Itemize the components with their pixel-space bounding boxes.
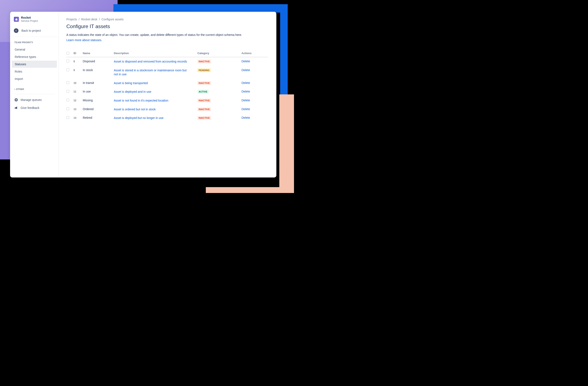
sidebar-item-import[interactable]: Import — [12, 75, 57, 82]
table-row: 13OrderedAsset is ordered but not in sto… — [66, 105, 268, 114]
status-badge: INACTIVE — [197, 99, 211, 102]
table-row: 11In useAsset is deployed and in useACTI… — [66, 87, 268, 96]
footer-item-manage-queues[interactable]: Manage queues — [10, 96, 59, 104]
cell-name: Disposed — [83, 59, 114, 63]
main-content: Projects/Rocket desk/Configure assets Co… — [59, 12, 276, 177]
status-badge: INACTIVE — [197, 81, 211, 85]
cell-id: 10 — [74, 81, 83, 85]
cell-name: Ordered — [83, 107, 114, 111]
col-actions: Actions — [242, 52, 256, 55]
cell-description-link[interactable]: Asset is disposed and removed from accou… — [114, 59, 189, 64]
cell-id: 9 — [74, 68, 83, 72]
cell-name: In use — [83, 90, 114, 93]
table-row: 12MissingAsset is not found in it's expe… — [66, 96, 268, 105]
sidebar-item-reference-types[interactable]: Reference types — [12, 53, 57, 60]
cell-description-link[interactable]: Asset is deployed and in use — [114, 90, 189, 94]
delete-link[interactable]: Delete — [242, 116, 256, 119]
row-checkbox[interactable] — [66, 116, 69, 119]
cell-id: 12 — [74, 99, 83, 102]
sidebar-item-general[interactable]: General — [12, 46, 57, 53]
section-team-priority: TEAM PRIORITY — [10, 37, 59, 46]
project-header: Rocket Service Project — [10, 16, 59, 25]
footer-item-give-feedback[interactable]: Give feedback — [10, 104, 59, 112]
learn-more-link[interactable]: Learn more about statuses. — [66, 38, 102, 42]
delete-link[interactable]: Delete — [242, 90, 256, 93]
arrow-left-icon — [14, 28, 19, 33]
delete-link[interactable]: Delete — [242, 99, 256, 102]
cell-id: 8 — [74, 59, 83, 63]
table-row: 9In stockAsset is stored in a stockroom … — [66, 66, 268, 79]
back-label: Back to project — [21, 29, 41, 32]
project-subtitle: Service Project — [21, 19, 38, 22]
col-category: Category — [197, 52, 242, 55]
footer-item-label: Manage queues — [21, 98, 42, 101]
cell-name: Retired — [83, 116, 114, 119]
sidebar: Rocket Service Project Back to project T… — [10, 12, 59, 177]
cell-id: 14 — [74, 116, 83, 119]
select-all-checkbox[interactable] — [66, 52, 69, 55]
cell-description-link[interactable]: Asset is being transported — [114, 81, 189, 85]
table-row: 10In transitAsset is being transportedIN… — [66, 79, 268, 88]
cell-name: In transit — [83, 81, 114, 85]
gear-icon — [14, 98, 18, 102]
row-checkbox[interactable] — [66, 68, 69, 71]
status-badge: PENDING — [197, 68, 211, 72]
breadcrumb-item[interactable]: Rocket desk — [81, 18, 97, 21]
project-name: Rocket — [21, 16, 38, 19]
cell-id: 13 — [74, 107, 83, 111]
table-header: ID Name Description Category Actions — [66, 52, 268, 57]
project-rocket-icon — [14, 17, 19, 22]
footer-item-label: Give feedback — [21, 106, 40, 110]
section-other-label: OTHER — [16, 88, 24, 90]
app-window: Rocket Service Project Back to project T… — [10, 12, 276, 177]
statuses-table: ID Name Description Category Actions 8Di… — [66, 52, 268, 122]
col-name: Name — [83, 52, 114, 55]
cell-name: In stock — [83, 68, 114, 72]
section-other[interactable]: › OTHER — [10, 83, 59, 92]
cell-name: Missing — [83, 99, 114, 102]
breadcrumb-separator: / — [99, 18, 100, 21]
cell-description-link[interactable]: Asset is deployed but no longer in use — [114, 116, 189, 120]
sidebar-item-statuses[interactable]: Statuses — [12, 61, 57, 68]
row-checkbox[interactable] — [66, 59, 69, 62]
col-description: Description — [114, 52, 197, 55]
chevron-right-icon: › — [14, 88, 15, 91]
table-row: 8DisposedAsset is disposed and removed f… — [66, 57, 268, 66]
table-row: 14RetiredAsset is deployed but no longer… — [66, 114, 268, 122]
back-to-project[interactable]: Back to project — [10, 25, 59, 37]
cell-description-link[interactable]: Asset is stored in a stockroom or mainte… — [114, 68, 189, 77]
breadcrumb-item: Configure assets — [102, 18, 124, 21]
cell-description-link[interactable]: Asset is not found in it's expected loca… — [114, 99, 189, 103]
breadcrumb: Projects/Rocket desk/Configure assets — [66, 18, 268, 21]
row-checkbox[interactable] — [66, 81, 69, 84]
delete-link[interactable]: Delete — [242, 59, 256, 63]
sidebar-item-roles[interactable]: Roles — [12, 68, 57, 75]
status-badge: ACTIVE — [197, 90, 209, 94]
page-title: Configure IT assets — [66, 23, 268, 29]
row-checkbox[interactable] — [66, 107, 69, 110]
delete-link[interactable]: Delete — [242, 68, 256, 72]
delete-link[interactable]: Delete — [242, 81, 256, 85]
breadcrumb-separator: / — [79, 18, 80, 21]
col-id: ID — [74, 52, 83, 55]
megaphone-icon — [14, 106, 18, 110]
breadcrumb-item[interactable]: Projects — [66, 18, 77, 21]
row-checkbox[interactable] — [66, 99, 69, 101]
page-description: A status indicates the state of an objec… — [66, 33, 268, 37]
row-checkbox[interactable] — [66, 90, 69, 93]
cell-id: 11 — [74, 90, 83, 93]
delete-link[interactable]: Delete — [242, 107, 256, 111]
status-badge: INACTIVE — [197, 59, 211, 63]
status-badge: INACTIVE — [197, 107, 211, 111]
status-badge: INACTIVE — [197, 116, 211, 120]
cell-description-link[interactable]: Asset is ordered but not in stock — [114, 107, 189, 112]
